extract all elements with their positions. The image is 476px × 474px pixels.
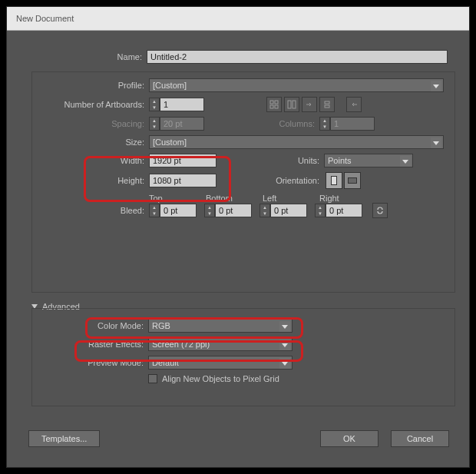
templates-button[interactable]: Templates... [28, 430, 100, 447]
orientation-portrait-icon[interactable] [326, 172, 342, 189]
spacing-stepper: 20 pt [149, 117, 204, 131]
bleed-right-stepper[interactable]: 0 pt [315, 204, 362, 217]
arrange-left-icon [346, 97, 362, 112]
orientation-label: Orientation: [217, 176, 324, 185]
raster-label: Raster Effects: [31, 340, 148, 349]
align-pixel-label: Align New Objects to Pixel Grid [162, 374, 284, 383]
ok-button[interactable]: OK [320, 430, 378, 447]
disclosure-triangle-icon[interactable] [31, 304, 38, 309]
artboards-label: Number of Artboards: [32, 100, 149, 109]
units-value: Points [328, 156, 352, 165]
preview-value: Default [152, 358, 179, 367]
name-label: Name: [16, 52, 147, 61]
profile-value: [Custom] [153, 81, 187, 90]
main-group: Profile: [Custom] Number of Artboards: 1 [31, 71, 455, 293]
link-bleed-icon[interactable] [372, 203, 388, 218]
width-input[interactable]: 1920 pt [149, 154, 217, 167]
colormode-value: RGB [152, 321, 170, 330]
svg-rect-3 [275, 105, 278, 108]
bleed-left-label: Left [263, 194, 319, 203]
bleed-bottom-stepper[interactable]: 0 pt [204, 204, 252, 217]
bleed-right-label: Right [319, 194, 376, 203]
bleed-left-stepper[interactable]: 0 pt [259, 204, 307, 217]
raster-value: Screen (72 ppi) [152, 340, 210, 349]
raster-select[interactable]: Screen (72 ppi) [148, 337, 293, 351]
dialog-body: Name: Untitled-2 Profile: [Custom] Numbe… [16, 41, 461, 459]
height-label: Height: [32, 176, 149, 185]
columns-label: Columns: [204, 119, 319, 128]
window-title: New Document [16, 14, 74, 23]
columns-stepper: 1 [319, 117, 375, 131]
bleed-label: Bleed: [32, 206, 149, 215]
name-input[interactable]: Untitled-2 [147, 50, 448, 64]
advanced-label: Advanced [42, 302, 84, 311]
profile-label: Profile: [32, 81, 149, 90]
width-label: Width: [32, 156, 149, 165]
title-bar: New Document [7, 7, 469, 31]
size-label: Size: [32, 138, 149, 147]
svg-rect-0 [270, 101, 273, 104]
align-pixel-checkbox[interactable] [148, 374, 157, 383]
arrange-right-icon [302, 97, 317, 112]
colormode-select[interactable]: RGB [148, 319, 293, 333]
preview-select[interactable]: Default [148, 356, 293, 370]
units-label: Units: [217, 156, 324, 165]
spacing-label: Spacing: [32, 119, 149, 128]
artboards-stepper[interactable]: 1 [149, 98, 204, 111]
bleed-top-stepper[interactable]: 0 pt [149, 204, 197, 217]
size-value: [Custom] [153, 138, 187, 147]
svg-rect-4 [288, 101, 291, 108]
grid-by-col-icon [284, 97, 299, 112]
columns-value: 1 [330, 117, 375, 131]
preview-label: Preview Mode: [31, 358, 148, 367]
colormode-label: Color Mode: [31, 321, 148, 330]
height-input[interactable]: 1080 pt [149, 174, 217, 187]
advanced-section: Advanced Color Mode: RGB Raster Effects:… [31, 302, 455, 388]
cancel-button[interactable]: Cancel [391, 430, 449, 447]
spacing-value: 20 pt [160, 117, 204, 131]
grid-by-row-icon [266, 97, 282, 112]
bleed-top-label: Top [149, 194, 206, 203]
orientation-landscape-icon[interactable] [344, 172, 361, 189]
units-select[interactable]: Points [324, 154, 413, 167]
bleed-bottom-label: Bottom [206, 194, 263, 203]
svg-rect-5 [293, 101, 296, 108]
dialog-window: New Document Name: Untitled-2 Profile: [… [6, 6, 470, 468]
svg-rect-6 [325, 101, 329, 104]
svg-rect-2 [270, 105, 273, 108]
arrange-down-icon [319, 97, 335, 112]
profile-select[interactable]: [Custom] [149, 78, 444, 92]
artboards-value[interactable]: 1 [160, 98, 204, 111]
size-select[interactable]: [Custom] [149, 135, 444, 149]
svg-rect-1 [275, 101, 278, 104]
svg-rect-7 [325, 105, 329, 108]
